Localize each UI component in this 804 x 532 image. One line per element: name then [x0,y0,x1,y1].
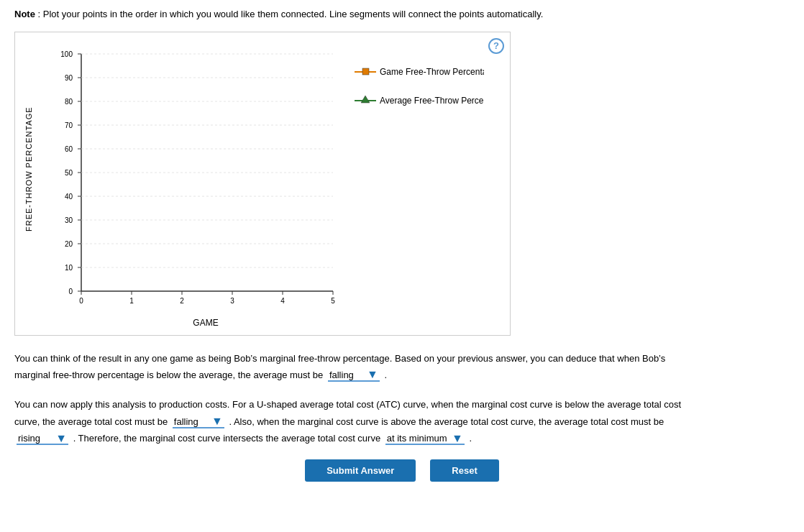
para2-text4: . [469,433,472,444]
para2-dropdown1[interactable]: falling rising constant [173,416,224,427]
x-tick-3: 3 [230,297,234,305]
y-tick-20: 20 [65,240,73,248]
legend-label-avg: Average Free-Throw Percentage [380,96,484,106]
page-container: Note : Plot your points in the order in … [0,0,804,496]
y-tick-70: 70 [65,121,73,129]
para2-dropdown1-wrapper[interactable]: falling rising constant ▼ [173,416,224,428]
para2-text2: . Also, when the marginal cost curve is … [229,416,664,427]
legend-triangle-green [361,96,370,103]
y-tick-80: 80 [65,98,73,106]
para2-dropdown2-wrapper[interactable]: rising falling constant ▼ [17,433,68,445]
para2-dropdown3[interactable]: at its minimum at its maximum at any poi… [385,433,465,444]
x-tick-5: 5 [331,297,335,305]
y-axis-label: FREE-THROW PERCENTAGE [22,47,35,291]
para2-dropdown2[interactable]: rising falling constant [17,433,68,444]
x-tick-4: 4 [280,297,285,305]
x-tick-0: 0 [79,297,83,305]
y-tick-30: 30 [65,216,73,224]
chart-svg-wrapper: 100 90 80 70 60 [38,47,503,315]
chart-container: ? FREE-THROW PERCENTAGE [14,32,511,336]
submit-button[interactable]: Submit Answer [305,459,416,482]
para2-dropdown3-wrapper[interactable]: at its minimum at its maximum at any poi… [385,433,465,445]
paragraph1: You can think of the result in any one g… [14,350,690,384]
para1-dropdown1[interactable]: falling rising constant [328,370,380,380]
y-tick-60: 60 [65,145,73,153]
x-tick-1: 1 [129,297,134,305]
y-tick-10: 10 [65,264,73,272]
note-body: : Plot your points in the order in which… [38,9,544,19]
y-tick-50: 50 [65,169,73,177]
note-label: Note [14,9,35,19]
chart-svg: 100 90 80 70 60 [38,47,484,313]
chart-plot-area: 100 90 80 70 60 [38,47,503,328]
bottom-buttons: Submit Answer Reset [14,459,790,482]
y-tick-40: 40 [65,193,73,201]
para1-text-after: . [385,370,388,380]
chart-inner: FREE-THROW PERCENTAGE [22,47,503,328]
x-axis-label: GAME [0,318,503,328]
y-tick-0: 0 [68,288,73,295]
x-tick-2: 2 [180,297,184,305]
y-tick-100: 100 [60,50,73,58]
note-text: Note : Plot your points in the order in … [14,7,790,22]
legend-square-orange [362,68,369,75]
paragraph2: You can now apply this analysis to produ… [14,396,690,446]
legend-label-game: Game Free-Throw Percentage [380,67,484,77]
para1-dropdown1-wrapper[interactable]: falling rising constant ▼ [328,370,380,382]
y-tick-90: 90 [65,74,73,82]
reset-button[interactable]: Reset [430,459,498,482]
para2-text3: . Therefore, the marginal cost curve int… [73,433,381,444]
